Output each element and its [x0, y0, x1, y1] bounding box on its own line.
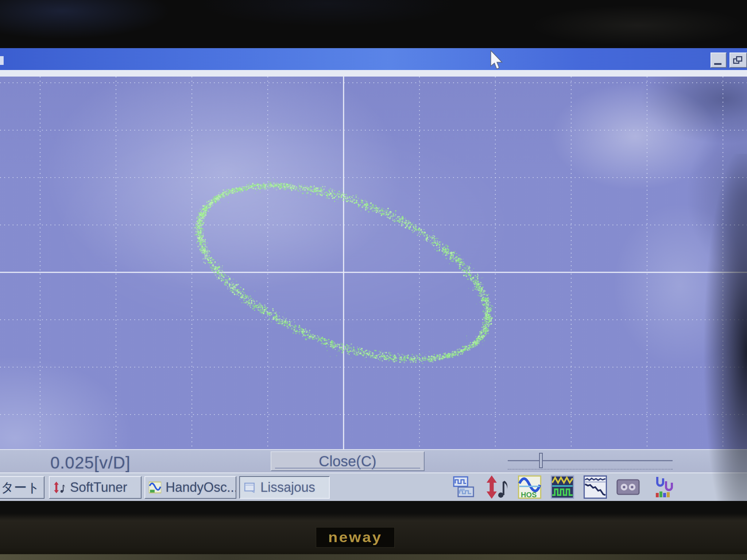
monitor-bottom-bezel: neway [0, 501, 747, 560]
taskbar-item-lissajous[interactable]: Lissajous [239, 476, 330, 499]
minimize-icon [714, 63, 721, 65]
slider-track[interactable] [508, 460, 673, 461]
tuner-updown-note-icon [53, 481, 66, 494]
scope-grid-and-trace [0, 77, 747, 449]
close-button-label: Close(C) [319, 453, 376, 469]
sweep-slider[interactable] [508, 450, 673, 473]
taskbar-item-softtuner[interactable]: SoftTuner [49, 476, 142, 499]
lissajous-display-area [0, 77, 747, 449]
window-titlebar[interactable] [0, 48, 747, 70]
hos-logo-text: HOS [521, 491, 537, 499]
desktop-screen: 0.025[v/D] Close(C) スタート [0, 48, 747, 501]
wave-blocks-icon[interactable] [452, 475, 476, 499]
brand-plate: neway [316, 527, 395, 548]
mouse-cursor [490, 50, 505, 71]
volts-per-division-label: 0.025[v/D] [50, 453, 131, 472]
window-border-band [0, 70, 747, 77]
taskbar-item-label: Lissajous [260, 480, 315, 495]
scope-waveforms-icon[interactable] [551, 475, 574, 499]
monitor-brand-logo: neway [328, 529, 382, 545]
window-outline-icon [244, 481, 256, 494]
scope-control-bar: 0.025[v/D] Close(C) [0, 449, 747, 472]
taskbar: スタート SoftTuner [0, 472, 747, 501]
monitor-photo: 0.025[v/D] Close(C) スタート [0, 0, 747, 560]
restore-button[interactable] [729, 52, 747, 68]
start-button-label: スタート [0, 479, 40, 496]
slider-tick-marks [508, 469, 673, 470]
spectrum-chart-icon[interactable] [584, 475, 607, 499]
handyosc-sine-icon [149, 481, 161, 494]
taskbar-item-label: HandyOsc... [166, 480, 236, 495]
close-button[interactable]: Close(C) [271, 451, 425, 471]
start-button[interactable]: スタート [0, 476, 44, 499]
cassette-icon[interactable] [616, 475, 640, 499]
restore-icon [733, 56, 743, 64]
clipped-app-icon[interactable] [653, 475, 676, 499]
updown-arrow-note-icon[interactable] [485, 475, 508, 499]
minimize-button[interactable] [711, 52, 727, 68]
clipped-window-title [0, 56, 4, 65]
handyosc-hos-icon[interactable]: HOS [518, 475, 541, 499]
taskbar-item-handyosc[interactable]: HandyOsc... [144, 476, 236, 499]
slider-thumb[interactable] [539, 453, 543, 468]
taskbar-item-label: SoftTuner [70, 480, 127, 495]
monitor-top-bezel [0, 0, 747, 48]
